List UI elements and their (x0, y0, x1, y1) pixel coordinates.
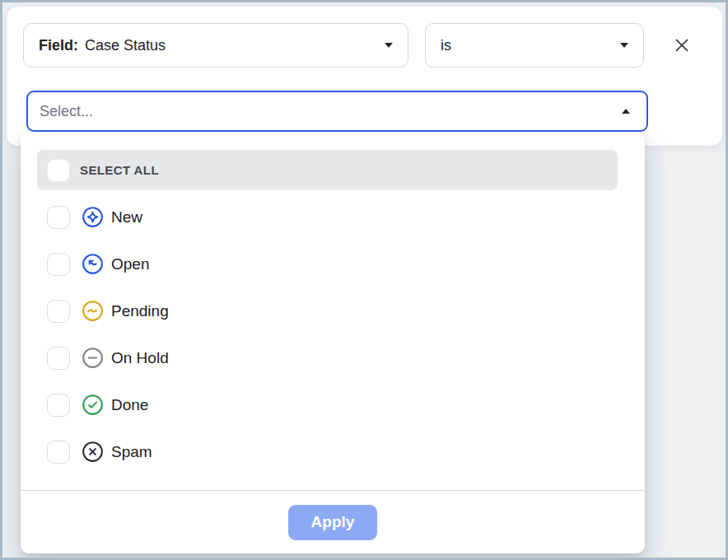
option-new-checkbox[interactable] (47, 206, 70, 229)
select-all-label: SELECT ALL (80, 163, 159, 177)
pending-tilde-icon (82, 300, 104, 322)
select-all-checkbox[interactable] (47, 159, 70, 182)
on-hold-minus-icon (82, 347, 104, 369)
option-new[interactable]: New (21, 194, 645, 240)
apply-button[interactable]: Apply (288, 505, 377, 540)
option-pending[interactable]: Pending (21, 287, 645, 334)
status-select-combobox[interactable]: Select... (26, 91, 648, 132)
option-label: New (111, 208, 142, 226)
option-label: Pending (111, 302, 169, 320)
new-sparkle-icon (82, 206, 104, 228)
spam-x-icon (82, 441, 104, 463)
status-options-list: New Open Pending (21, 194, 645, 475)
field-dropdown[interactable]: Field: Case Status (23, 23, 408, 68)
option-pending-checkbox[interactable] (47, 300, 70, 323)
option-label: Spam (111, 443, 152, 461)
operator-dropdown-value: is (441, 37, 451, 54)
option-label: On Hold (111, 349, 169, 367)
option-spam[interactable]: Spam (21, 428, 645, 475)
chevron-up-icon (622, 109, 630, 114)
popover-footer: Apply (21, 491, 645, 553)
select-all-row[interactable]: SELECT ALL (37, 150, 618, 190)
option-done[interactable]: Done (21, 381, 645, 428)
option-open[interactable]: Open (21, 240, 645, 287)
close-filter-button[interactable] (670, 34, 693, 57)
option-label: Done (111, 396, 148, 414)
field-dropdown-value: Case Status (85, 37, 166, 54)
option-on-hold-checkbox[interactable] (47, 347, 70, 370)
option-spam-checkbox[interactable] (47, 441, 70, 464)
chevron-down-icon (385, 43, 393, 48)
option-done-checkbox[interactable] (47, 394, 70, 417)
chevron-down-icon (620, 43, 628, 48)
field-dropdown-label: Field: (39, 37, 78, 54)
close-icon (673, 36, 691, 54)
filter-popup-background: Field: Case Status is Select... SELECT A… (2, 2, 726, 558)
option-label: Open (111, 255, 149, 273)
option-on-hold[interactable]: On Hold (21, 334, 645, 381)
done-check-icon (82, 394, 104, 416)
option-open-checkbox[interactable] (47, 253, 70, 276)
filter-panel: Field: Case Status is Select... (7, 7, 722, 146)
status-select-placeholder: Select... (40, 103, 93, 120)
open-arrow-icon (82, 253, 104, 275)
status-options-popover: SELECT ALL New Open (21, 132, 645, 553)
operator-dropdown[interactable]: is (425, 23, 644, 68)
